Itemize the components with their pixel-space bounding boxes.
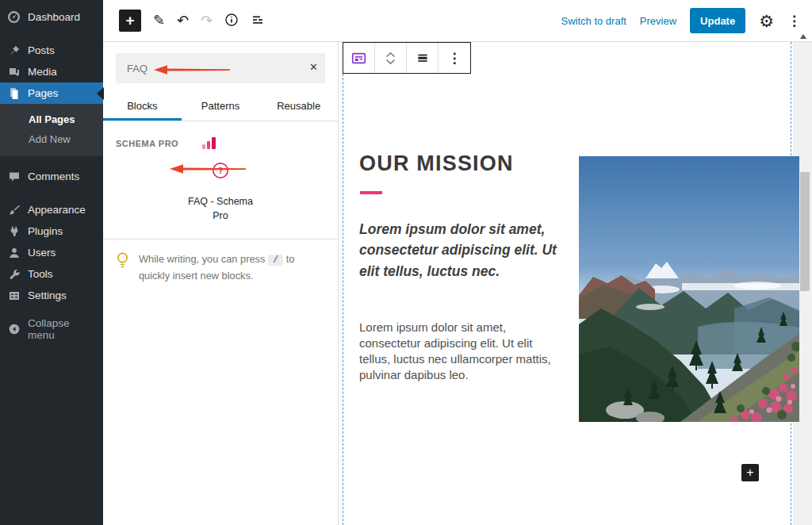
sidebar-item-label: Tools xyxy=(28,268,53,280)
collapse-arrow-icon xyxy=(7,323,21,335)
media-icon xyxy=(7,66,21,79)
heading-accent-dash xyxy=(360,191,382,194)
edit-pencil-icon[interactable]: ✎ xyxy=(153,13,165,28)
tab-patterns[interactable]: Patterns xyxy=(182,93,260,121)
settings-icon xyxy=(7,289,21,302)
faq-question-mark-icon: ? xyxy=(212,162,229,182)
sidebar-item-label: Posts xyxy=(28,44,55,56)
mission-body-paragraph[interactable]: Lorem ipsum dolor sit amet, consectetur … xyxy=(359,320,559,383)
tab-blocks[interactable]: Blocks xyxy=(103,93,182,121)
block-type-button[interactable] xyxy=(343,43,375,73)
sidebar-item-label: Media xyxy=(28,66,57,78)
block-inserter-toggle-button[interactable]: + xyxy=(119,10,141,32)
list-view-icon[interactable] xyxy=(251,13,265,29)
schema-pro-bars-icon xyxy=(202,137,216,149)
section-title: SCHEMA PRO xyxy=(116,139,178,148)
block-options-kebab-icon: ⋮ xyxy=(448,52,462,65)
editor-top-bar: + ✎ ↶ ↷ Switch to draft Preview Update ⚙… xyxy=(103,0,812,42)
block-result-faq-schema-pro[interactable]: ? FAQ - Schema Pro xyxy=(169,162,272,223)
sidebar-item-comments[interactable]: Comments xyxy=(0,166,103,187)
sidebar-item-settings[interactable]: Settings xyxy=(0,285,103,306)
slash-key-badge: / xyxy=(268,255,283,266)
sidebar-item-users[interactable]: Users xyxy=(0,242,103,263)
scrollbar-thumb[interactable] xyxy=(800,172,810,291)
sidebar-spacer xyxy=(0,156,103,166)
pages-icon xyxy=(7,87,21,100)
move-up-down-icon xyxy=(385,52,396,65)
sidebar-item-collapse-menu[interactable]: Collapse menu xyxy=(0,318,103,339)
tab-reusable[interactable]: Reusable xyxy=(259,93,338,121)
clear-search-icon[interactable]: ✕ xyxy=(309,61,318,73)
block-options-button[interactable]: ⋮ xyxy=(439,43,470,73)
mission-mountain-photo[interactable] xyxy=(579,156,799,422)
tip-text-before: While writing, you can press xyxy=(139,253,265,265)
sidebar-item-appearance[interactable]: Appearance xyxy=(0,199,103,220)
sidebar-item-posts[interactable]: Posts xyxy=(0,40,103,61)
tip-text: While writing, you can press / to quickl… xyxy=(139,251,325,283)
sidebar-item-label: Appearance xyxy=(28,204,86,216)
block-search-input[interactable] xyxy=(116,53,325,83)
pages-submenu: All Pages Add New xyxy=(0,104,103,156)
preview-link[interactable]: Preview xyxy=(640,15,676,27)
sidebar-item-label: Plugins xyxy=(28,225,63,237)
wrench-icon xyxy=(7,268,21,281)
active-menu-arrow-icon xyxy=(97,87,104,100)
paintbrush-icon xyxy=(7,204,21,217)
change-alignment-button[interactable] xyxy=(407,43,439,73)
sidebar-item-label: Pages xyxy=(28,87,58,99)
lightbulb-icon xyxy=(116,251,129,274)
redo-icon: ↷ xyxy=(201,13,213,28)
toolbar-right-group: Switch to draft Preview Update ⚙ ⋮ xyxy=(561,8,801,33)
question-mark-glyph: ? xyxy=(217,166,223,175)
settings-gear-icon[interactable]: ⚙ xyxy=(759,13,774,29)
add-block-appender-button[interactable]: + xyxy=(741,464,759,481)
wordpress-editor-screen: Dashboard Posts Media Pages All Pages Ad… xyxy=(0,0,812,525)
sidebar-spacer xyxy=(0,187,103,199)
user-icon xyxy=(7,247,21,259)
sidebar-item-label: Comments xyxy=(28,171,79,182)
inserter-tip: While writing, you can press / to quickl… xyxy=(103,240,338,283)
admin-sidebar: Dashboard Posts Media Pages All Pages Ad… xyxy=(0,0,103,525)
info-icon[interactable] xyxy=(224,13,239,29)
scrollbar-up-arrow-icon[interactable] xyxy=(800,34,806,39)
sidebar-item-label: Collapse menu xyxy=(28,317,97,341)
comment-bubble-icon xyxy=(7,171,21,183)
pushpin-icon xyxy=(7,44,21,57)
alignment-icon xyxy=(416,51,430,65)
editor-canvas[interactable]: ⋮ OUR MISSION Lorem ipsum dolor sit amet… xyxy=(339,42,812,525)
media-text-block-icon xyxy=(350,50,367,67)
sidebar-item-tools[interactable]: Tools xyxy=(0,263,103,285)
sidebar-item-label: Settings xyxy=(28,289,67,301)
more-options-kebab-icon[interactable]: ⋮ xyxy=(787,14,801,28)
update-button[interactable]: Update xyxy=(690,8,745,33)
sidebar-item-pages[interactable]: Pages xyxy=(0,82,103,104)
sidebar-item-label: Users xyxy=(28,247,56,259)
submenu-item-add-new[interactable]: Add New xyxy=(0,129,103,149)
inserter-tabs: Blocks Patterns Reusable xyxy=(103,93,338,121)
sidebar-item-label: Dashboard xyxy=(28,11,80,23)
undo-icon[interactable]: ↶ xyxy=(177,13,189,28)
editor-main: + ✎ ↶ ↷ Switch to draft Preview Update ⚙… xyxy=(103,0,812,525)
toolbar-left-group: + ✎ ↶ ↷ xyxy=(119,10,265,32)
mission-heading[interactable]: OUR MISSION xyxy=(359,151,514,176)
editor-body: ✕ Blocks Patterns Reusable SCHEMA PRO xyxy=(103,42,812,525)
block-mover-button[interactable] xyxy=(375,43,407,73)
submenu-item-all-pages[interactable]: All Pages xyxy=(0,109,103,129)
dashboard-icon xyxy=(7,11,21,24)
sidebar-item-plugins[interactable]: Plugins xyxy=(0,220,103,242)
mission-lead-paragraph[interactable]: Lorem ipsum dolor sit amet, consectetur … xyxy=(359,219,564,282)
switch-to-draft-link[interactable]: Switch to draft xyxy=(561,15,626,27)
block-boundary-left xyxy=(343,42,343,525)
block-inserter-panel: ✕ Blocks Patterns Reusable SCHEMA PRO xyxy=(103,42,339,525)
plug-icon xyxy=(7,225,21,238)
block-search-wrap: ✕ xyxy=(116,53,325,83)
sidebar-item-dashboard[interactable]: Dashboard xyxy=(0,6,103,28)
block-result-label: FAQ - Schema Pro xyxy=(184,194,257,223)
schema-pro-section-header: SCHEMA PRO xyxy=(103,121,338,152)
block-toolbar: ⋮ xyxy=(343,42,471,74)
sidebar-spacer xyxy=(0,28,103,40)
sidebar-item-media[interactable]: Media xyxy=(0,61,103,82)
